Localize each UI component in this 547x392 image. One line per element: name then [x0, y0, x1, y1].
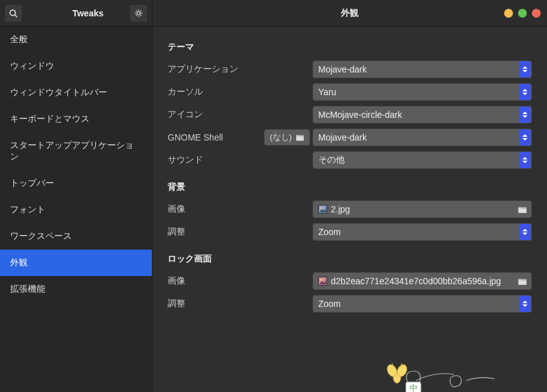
sidebar-item-appearance[interactable]: 外観: [0, 250, 152, 276]
image-thumb-icon: [318, 277, 327, 285]
sidebar-item-top-bar[interactable]: トップバー: [0, 170, 152, 197]
sidebar-item-startup-apps[interactable]: スタートアップアプリケーション: [0, 132, 152, 170]
sidebar-item-label: 外観: [10, 257, 28, 267]
svg-point-18: [321, 279, 323, 281]
row-label: アプリケーション: [168, 64, 313, 75]
combo-value: Mojave-dark: [318, 64, 367, 74]
section-title-theme: テーマ: [168, 42, 532, 53]
row-label: 画像: [168, 275, 313, 287]
combo-icons[interactable]: McMojave-circle-dark: [313, 106, 532, 124]
page-title: 外観: [341, 8, 359, 19]
combo-applications[interactable]: Mojave-dark: [313, 61, 532, 78]
row-bg-adjust: 調整 Zoom: [168, 222, 532, 242]
sidebar: 全般 ウィンドウ ウィンドウタイトルバー キーボードとマウス スタートアップアプ…: [0, 26, 153, 392]
combo-sound[interactable]: その他: [313, 151, 532, 169]
sidebar-item-label: 拡張機能: [10, 284, 45, 294]
sidebar-item-windows[interactable]: ウィンドウ: [0, 53, 152, 79]
sidebar-item-label: ワークスペース: [10, 231, 72, 241]
sidebar-item-label: 全般: [10, 34, 28, 44]
combo-bg-adjust[interactable]: Zoom: [313, 223, 532, 241]
shell-theme-file-text: (なし): [270, 132, 292, 143]
combo-value: Zoom: [318, 299, 341, 309]
filechooser-bg-image[interactable]: 2.jpg: [313, 200, 532, 218]
sidebar-item-extensions[interactable]: 拡張機能: [0, 276, 152, 303]
combo-arrow-icon: [519, 129, 531, 146]
sidebar-item-window-titlebars[interactable]: ウィンドウタイトルバー: [0, 79, 152, 106]
combo-gnome-shell[interactable]: Mojave-dark: [313, 129, 532, 146]
app-menu-button[interactable]: [129, 4, 148, 23]
sidebar-item-label: スタートアップアプリケーション: [10, 140, 134, 161]
filechooser-value: 2.jpg: [331, 204, 350, 214]
svg-rect-19: [519, 279, 527, 280]
row-lock-image: 画像 d2b2eac771e24341e7c0d00bb26a596a.jpg: [168, 271, 532, 291]
combo-value: McMojave-circle-dark: [318, 110, 402, 120]
combo-value: Yaru: [318, 87, 337, 97]
combo-arrow-icon: [519, 61, 531, 78]
row-lock-adjust: 調整 Zoom: [168, 294, 532, 314]
combo-arrow-icon: [519, 224, 531, 240]
section-title-lockscreen: ロック画面: [168, 253, 532, 265]
search-button[interactable]: [4, 4, 23, 23]
filechooser-lock-image[interactable]: d2b2eac771e24341e7c0d00bb26a596a.jpg: [313, 272, 532, 290]
sidebar-item-label: フォント: [10, 204, 45, 214]
svg-point-2: [137, 11, 140, 14]
header-left: Tweaks: [0, 0, 153, 26]
window-controls: [504, 9, 541, 18]
header-bar: Tweaks 外観: [0, 0, 547, 26]
combo-value: その他: [318, 154, 345, 166]
shell-theme-file-button[interactable]: (なし): [264, 129, 310, 146]
combo-value: Mojave-dark: [318, 132, 367, 142]
row-label-text: GNOME Shell: [168, 132, 223, 142]
sidebar-item-workspaces[interactable]: ワークスペース: [0, 223, 152, 250]
combo-arrow-icon: [519, 107, 531, 123]
section-title-background: 背景: [168, 182, 532, 193]
row-label: 調整: [168, 226, 313, 238]
svg-line-1: [15, 14, 18, 17]
ime-indicator-text: 中: [410, 383, 418, 392]
svg-rect-15: [519, 207, 527, 208]
sidebar-item-general[interactable]: 全般: [0, 26, 152, 53]
row-label: サウンド: [168, 154, 313, 166]
gear-icon: [134, 9, 143, 18]
row-label: GNOME Shell (なし): [168, 129, 313, 146]
sidebar-item-fonts[interactable]: フォント: [0, 197, 152, 223]
combo-arrow-icon: [519, 152, 531, 168]
image-thumb-icon: [318, 205, 327, 214]
combo-arrow-icon: [519, 296, 531, 312]
filechooser-value: d2b2eac771e24341e7c0d00bb26a596a.jpg: [331, 276, 501, 286]
svg-point-0: [10, 9, 16, 15]
ime-indicator[interactable]: 中: [378, 362, 510, 392]
combo-lock-adjust[interactable]: Zoom: [313, 295, 532, 313]
svg-line-9: [136, 15, 137, 16]
window-maximize[interactable]: [518, 9, 527, 18]
folder-icon: [517, 205, 527, 214]
svg-point-14: [321, 207, 323, 209]
combo-value: Zoom: [318, 227, 341, 237]
svg-line-8: [141, 15, 141, 16]
row-sound: サウンド その他: [168, 150, 532, 170]
search-icon: [9, 9, 18, 18]
window-minimize[interactable]: [504, 9, 513, 18]
header-right: 外観: [153, 0, 547, 26]
sidebar-item-label: ウィンドウタイトルバー: [10, 87, 107, 97]
sidebar-item-label: ウィンドウ: [10, 61, 54, 71]
sidebar-item-label: トップバー: [10, 178, 54, 188]
row-label: アイコン: [168, 109, 313, 120]
svg-rect-11: [296, 135, 304, 137]
svg-line-10: [141, 10, 141, 11]
row-icons: アイコン McMojave-circle-dark: [168, 105, 532, 125]
window-close[interactable]: [532, 9, 541, 18]
sidebar-item-label: キーボードとマウス: [10, 113, 89, 124]
row-applications: アプリケーション Mojave-dark: [168, 59, 532, 79]
folder-icon: [517, 277, 527, 285]
row-label: カーソル: [168, 86, 313, 98]
row-label: 画像: [168, 204, 313, 215]
sidebar-item-keyboard-mouse[interactable]: キーボードとマウス: [0, 106, 152, 132]
combo-cursor[interactable]: Yaru: [313, 83, 532, 101]
combo-arrow-icon: [519, 84, 531, 100]
row-cursor: カーソル Yaru: [168, 82, 532, 102]
row-label: 調整: [168, 298, 313, 309]
folder-icon: [296, 134, 304, 141]
svg-line-7: [136, 10, 137, 11]
row-bg-image: 画像 2.jpg: [168, 199, 532, 219]
